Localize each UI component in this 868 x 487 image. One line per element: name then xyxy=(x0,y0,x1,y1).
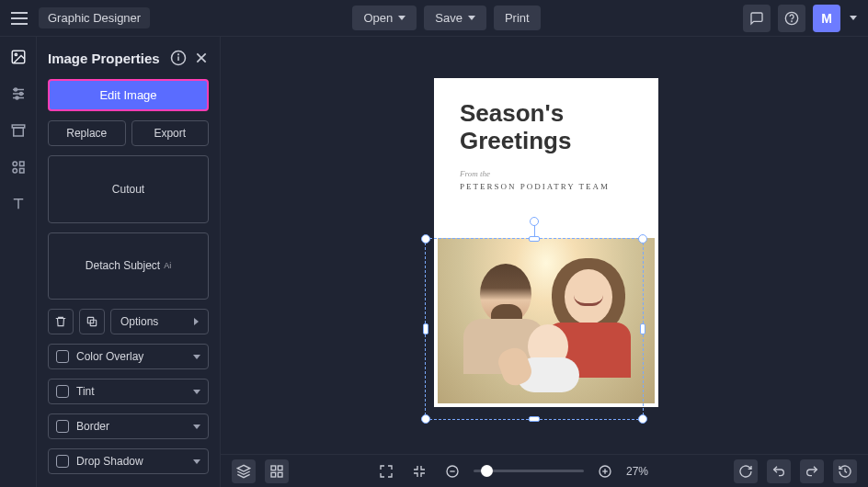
expand-icon xyxy=(379,464,394,479)
drop-shadow-property[interactable]: Drop Shadow xyxy=(48,448,209,474)
card-photo[interactable] xyxy=(438,238,655,403)
property-label: Drop Shadow xyxy=(76,455,143,468)
checkbox-icon xyxy=(56,385,69,398)
help-button[interactable] xyxy=(778,5,805,32)
duplicate-button[interactable] xyxy=(79,309,105,334)
print-label: Print xyxy=(505,11,530,25)
print-button[interactable]: Print xyxy=(494,6,541,30)
bottom-toolbar: 27% xyxy=(221,454,868,487)
grid-icon xyxy=(269,464,284,479)
comment-icon xyxy=(749,11,764,26)
options-button[interactable]: Options xyxy=(110,309,209,334)
info-icon xyxy=(170,50,187,66)
fit-button[interactable] xyxy=(407,459,431,483)
resize-handle-br[interactable] xyxy=(638,414,647,424)
save-button[interactable]: Save xyxy=(424,6,486,30)
layers-tool[interactable] xyxy=(9,121,28,140)
close-icon xyxy=(194,51,209,65)
app-title: Graphic Designer xyxy=(39,7,150,28)
border-property[interactable]: Border xyxy=(48,413,209,439)
zoom-slider-knob[interactable] xyxy=(481,465,493,477)
shapes-icon xyxy=(10,159,27,176)
color-overlay-property[interactable]: Color Overlay xyxy=(48,344,209,369)
panel-title: Image Properties xyxy=(48,51,163,66)
cutout-button[interactable]: Cutout xyxy=(48,155,209,223)
text-icon xyxy=(10,196,27,212)
svg-marker-23 xyxy=(237,465,249,471)
property-label: Tint xyxy=(76,385,95,398)
svg-point-18 xyxy=(178,54,179,55)
user-avatar[interactable]: M xyxy=(813,5,840,32)
options-label: Options xyxy=(120,315,158,328)
redo-icon xyxy=(805,464,819,479)
copy-icon xyxy=(86,315,98,328)
history-icon xyxy=(838,464,852,479)
history-button[interactable] xyxy=(833,459,857,483)
minus-circle-icon xyxy=(445,464,460,479)
grid-button[interactable] xyxy=(265,459,289,483)
checkbox-icon xyxy=(56,455,69,468)
plus-circle-icon xyxy=(598,464,612,479)
text-tool[interactable] xyxy=(9,195,28,213)
svg-rect-13 xyxy=(19,162,24,166)
left-tool-rail xyxy=(0,37,37,487)
chevron-down-icon xyxy=(398,16,405,20)
svg-point-3 xyxy=(15,53,17,55)
chevron-down-icon xyxy=(193,459,200,464)
chevron-down-icon xyxy=(468,16,475,20)
design-card[interactable]: Season'sGreetings From the PETERSON PODI… xyxy=(434,78,658,407)
resize-handle-tl[interactable] xyxy=(421,234,430,244)
resize-handle-bl[interactable] xyxy=(421,414,430,424)
undo-icon xyxy=(771,464,786,479)
card-heading: Season'sGreetings xyxy=(434,78,658,154)
zoom-value: 27% xyxy=(626,465,648,478)
refresh-button[interactable] xyxy=(734,459,758,483)
panel-info-button[interactable] xyxy=(170,50,187,66)
shapes-tool[interactable] xyxy=(9,158,28,176)
trash-icon xyxy=(54,315,67,328)
svg-rect-11 xyxy=(13,128,23,136)
adjustments-tool[interactable] xyxy=(9,85,28,103)
images-tool[interactable] xyxy=(9,48,28,66)
property-label: Color Overlay xyxy=(76,350,143,363)
svg-point-12 xyxy=(13,162,17,166)
user-menu-chevron-icon[interactable] xyxy=(850,16,857,20)
sliders-icon xyxy=(10,85,27,102)
panel-close-button[interactable] xyxy=(194,51,209,65)
image-properties-panel: Image Properties Edit Image Replace Expo… xyxy=(37,37,221,487)
export-button[interactable]: Export xyxy=(131,120,210,146)
undo-button[interactable] xyxy=(767,459,791,483)
redo-button[interactable] xyxy=(800,459,824,483)
layers-icon xyxy=(236,464,251,479)
zoom-in-button[interactable] xyxy=(593,459,617,483)
resize-handle-b[interactable] xyxy=(529,416,540,422)
image-icon xyxy=(10,49,27,65)
comments-button[interactable] xyxy=(743,5,771,32)
zoom-slider[interactable] xyxy=(474,470,584,472)
fullscreen-button[interactable] xyxy=(374,459,398,483)
edit-image-button[interactable]: Edit Image xyxy=(48,79,209,111)
svg-rect-15 xyxy=(19,169,24,174)
zoom-out-button[interactable] xyxy=(440,459,464,483)
help-icon xyxy=(784,11,799,26)
resize-handle-l[interactable] xyxy=(423,323,428,334)
detach-subject-label: Detach Subject xyxy=(86,259,160,272)
svg-rect-26 xyxy=(271,472,276,477)
canvas[interactable]: Season'sGreetings From the PETERSON PODI… xyxy=(221,37,868,454)
open-button[interactable]: Open xyxy=(352,6,417,30)
checkbox-icon xyxy=(56,420,69,433)
svg-rect-25 xyxy=(278,466,282,470)
chevron-down-icon xyxy=(193,425,200,429)
archive-icon xyxy=(10,122,27,139)
detach-subject-button[interactable]: Detach Subject Ai xyxy=(48,232,209,300)
svg-point-1 xyxy=(792,21,793,22)
delete-button[interactable] xyxy=(48,309,74,334)
save-label: Save xyxy=(435,11,463,25)
replace-button[interactable]: Replace xyxy=(48,120,126,146)
tint-property[interactable]: Tint xyxy=(48,379,209,404)
chevron-down-icon xyxy=(193,390,200,394)
checkbox-icon xyxy=(56,350,69,363)
layers-button[interactable] xyxy=(232,459,256,483)
main-menu-button[interactable] xyxy=(11,12,28,25)
card-team-line: PETERSON PODIATRY TEAM xyxy=(434,178,658,191)
